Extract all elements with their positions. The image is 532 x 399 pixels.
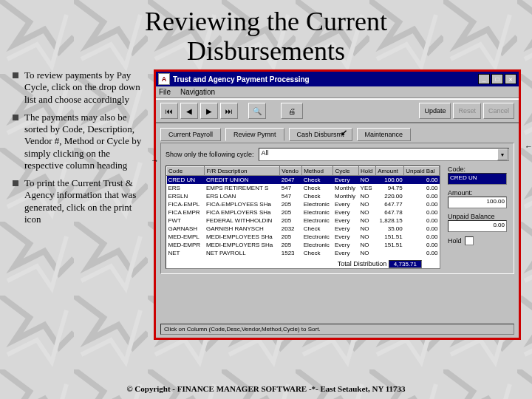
cell-method: Electronic (302, 233, 333, 241)
detail-code-label: Code: (448, 166, 507, 173)
cell-cycle: Every (333, 216, 359, 225)
cell-desc: FICA-EMPLOYEES SHa (205, 200, 280, 208)
table-row[interactable]: FWTFEDERAL WITHHOLDIN205ElectronicEveryN… (167, 216, 440, 225)
bullet-3: To print the Current Trust & Agency info… (11, 177, 148, 225)
table-row[interactable]: FICA EMPRFICA EMPLOYERS SHa205Electronic… (167, 208, 440, 216)
cell-code: MED-EMPL (167, 233, 205, 241)
grid-header-row: Code F/R Description Vendo Method Cycle … (167, 167, 440, 176)
cell-cycle: Every (333, 208, 359, 216)
cell-desc: GARNISH RANYSCH (205, 225, 280, 233)
cell-amount: 100.00 (376, 176, 404, 185)
table-row[interactable]: NETNET PAYROLL1523CheckEveryNO0.00 (167, 249, 440, 257)
col-code[interactable]: Code (167, 167, 205, 176)
slide-title: Reviewing the Current Disbursements (0, 0, 532, 66)
cell-vendor: 205 (280, 208, 302, 216)
payment-grid[interactable]: Code F/R Description Vendo Method Cycle … (166, 166, 440, 269)
cell-amount: 220.00 (376, 192, 404, 200)
cell-hold: NO (359, 241, 376, 249)
nav-last-button[interactable]: ⏭ (220, 103, 238, 119)
cycle-value: All (262, 149, 269, 157)
close-button[interactable]: × (505, 74, 516, 84)
col-method[interactable]: Method (302, 167, 333, 176)
cell-code: FICA EMPR (167, 208, 205, 216)
cell-vendor: 2032 (280, 225, 302, 233)
col-cycle[interactable]: Cycle (333, 167, 359, 176)
arrow-icon: ↙ (341, 128, 347, 137)
total-row: Total Distribution 4,735.71 (166, 257, 440, 268)
cell-unpaid: 0.00 (404, 225, 440, 233)
table-row[interactable]: ERSLNERS LOAN547CheckMonthlyNO220.000.00 (167, 192, 440, 200)
cell-cycle: Every (333, 233, 359, 241)
table-row[interactable]: CRED UNCREDIT UNION2047CheckEveryNO100.0… (167, 176, 440, 185)
cell-amount: 151.51 (376, 241, 404, 249)
col-desc[interactable]: F/R Description (205, 167, 280, 176)
total-value: 4,735.71 (389, 260, 422, 268)
cancel-button[interactable]: Cancel (483, 103, 514, 119)
cell-hold: NO (359, 192, 376, 200)
table-row[interactable]: MED-EMPRMEDI-EMPLOYERS SHa205ElectronicE… (167, 241, 440, 249)
table-row[interactable]: FICA-EMPLFICA-EMPLOYEES SHa205Electronic… (167, 200, 440, 208)
menu-navigation[interactable]: Navigation (180, 88, 215, 96)
content: To review payments by Pay Cycle, click o… (0, 66, 532, 340)
hold-checkbox[interactable] (465, 236, 474, 245)
app-window: A Trust and Agency Payment Processing _ … (154, 69, 521, 340)
detail-hold-label: Hold (448, 237, 462, 245)
col-hold[interactable]: Hold (359, 167, 376, 176)
cell-cycle: Monthly (333, 192, 359, 200)
col-vendor[interactable]: Vendo (280, 167, 302, 176)
nav-prev-button[interactable]: ◀ (180, 103, 198, 119)
minimize-button[interactable]: _ (478, 74, 490, 84)
cell-hold: NO (359, 233, 376, 241)
tab-maintenance[interactable]: Maintenance (357, 128, 412, 141)
nav-first-button[interactable]: ⏮ (160, 103, 178, 119)
update-button[interactable]: Update (419, 103, 451, 119)
cell-amount: 35.00 (376, 225, 404, 233)
find-button[interactable]: 🔍 (248, 103, 266, 119)
cell-vendor: 205 (280, 216, 302, 225)
cell-cycle: Every (333, 200, 359, 208)
cell-amount: 1,828.15 (376, 216, 404, 225)
bullet-list: To review payments by Pay Cycle, click o… (11, 69, 148, 231)
print-button[interactable]: 🖨 (281, 103, 303, 119)
col-unpaid[interactable]: Unpaid Bal (404, 167, 440, 176)
cell-amount: 647.78 (376, 208, 404, 216)
cell-hold: NO (359, 225, 376, 233)
bullet-1: To review payments by Pay Cycle, click o… (11, 69, 148, 106)
cell-hold: NO (359, 176, 376, 185)
window-title: Trust and Agency Payment Processing (173, 75, 310, 83)
cell-cycle: Every (333, 249, 359, 257)
reset-button[interactable]: Reset (453, 103, 481, 119)
cell-method: Electronic (302, 200, 333, 208)
maximize-button[interactable]: □ (491, 74, 503, 84)
cell-unpaid: 0.00 (404, 241, 440, 249)
nav-next-button[interactable]: ▶ (200, 103, 218, 119)
cell-vendor: 1523 (280, 249, 302, 257)
cell-desc: MEDI-EMPLOYEES SHa (205, 233, 280, 241)
cell-vendor: 2047 (280, 176, 302, 185)
cell-cycle: Monthly (333, 184, 359, 192)
cell-desc: CREDIT UNION (205, 176, 280, 185)
detail-unpaid-value: 0.00 (448, 220, 507, 232)
table-row[interactable]: MED-EMPLMEDI-EMPLOYEES SHa205ElectronicE… (167, 233, 440, 241)
tab-review-payment[interactable]: Review Pymnt (225, 128, 284, 141)
cell-desc: FEDERAL WITHHOLDIN (205, 216, 280, 225)
cell-method: Electronic (302, 216, 333, 225)
table-row[interactable]: ERSEMPS RETIREMENT S547CheckMonthlyYES94… (167, 184, 440, 192)
cell-vendor: 205 (280, 241, 302, 249)
detail-amount-value: 100.00 (448, 197, 507, 208)
col-amount[interactable]: Amount (376, 167, 404, 176)
titlebar: A Trust and Agency Payment Processing _ … (156, 72, 519, 86)
printer-icon: 🖨 (288, 107, 296, 115)
cell-desc: MEDI-EMPLOYERS SHa (205, 241, 280, 249)
cell-vendor: 205 (280, 233, 302, 241)
cell-hold: NO (359, 249, 376, 257)
cycle-dropdown[interactable]: All (259, 148, 509, 161)
tab-current-payroll[interactable]: Current Payroll (160, 128, 221, 141)
detail-unpaid-label: Unpaid Balance (448, 213, 507, 220)
cell-unpaid: 0.00 (404, 249, 440, 257)
cell-amount: 94.75 (376, 184, 404, 192)
cell-desc: ERS LOAN (205, 192, 280, 200)
cell-method: Check (302, 184, 333, 192)
menu-file[interactable]: File (159, 88, 171, 96)
table-row[interactable]: GARNASHGARNISH RANYSCH2032CheckEveryNO35… (167, 225, 440, 233)
